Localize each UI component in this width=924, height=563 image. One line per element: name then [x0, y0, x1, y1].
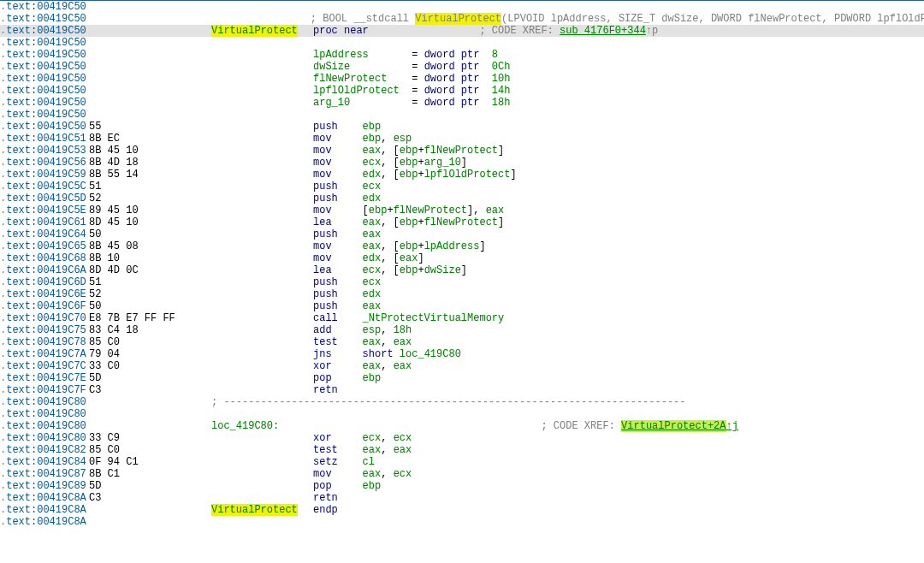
disasm-row[interactable]: .text:00419C5D52 push edx	[0, 193, 924, 204]
address[interactable]: .text:00419C84	[0, 456, 89, 468]
address[interactable]: .text:00419C50	[0, 61, 89, 73]
disasm-row[interactable]: .text:00419C7C33 C0 xor eax, eax	[0, 360, 924, 372]
address[interactable]: .text:00419C8A	[0, 492, 89, 504]
address[interactable]: .text:00419C64	[0, 228, 89, 240]
disasm-row[interactable]: .text:00419C8285 C0 test eax, eax	[0, 444, 924, 456]
address[interactable]: .text:00419C50	[0, 37, 89, 49]
disasm-row[interactable]: .text:00419C840F 94 C1 setz cl	[0, 456, 924, 468]
address[interactable]: .text:00419C65	[0, 240, 89, 252]
proc-name[interactable]: VirtualProtect	[211, 25, 313, 37]
address[interactable]: .text:00419C82	[0, 444, 89, 456]
address[interactable]: .text:00419C80	[0, 420, 89, 432]
address[interactable]: .text:00419C50	[0, 13, 86, 25]
address[interactable]: .text:00419C8A	[0, 516, 89, 528]
address[interactable]: .text:00419C8A	[0, 504, 89, 516]
address[interactable]: .text:00419C50	[0, 97, 89, 109]
mnemonic: mov	[313, 204, 363, 216]
local-var-row[interactable]: .text:00419C50 lpAddress = dword ptr 8	[0, 49, 924, 61]
local-var-row[interactable]: .text:00419C50 lpflOldProtect = dword pt…	[0, 85, 924, 97]
address[interactable]: .text:00419C51	[0, 133, 89, 145]
disasm-row[interactable]: .text:00419C50	[0, 37, 924, 49]
address[interactable]: .text:00419C78	[0, 336, 89, 348]
address[interactable]: .text:00419C68	[0, 252, 89, 264]
address[interactable]: .text:00419C7E	[0, 372, 89, 384]
disasm-row[interactable]: .text:00419C7A79 04 jns short loc_419C80	[0, 348, 924, 360]
disasm-row[interactable]: .text:00419C5C51 push ecx	[0, 181, 924, 193]
address[interactable]: .text:00419C80	[0, 432, 89, 444]
address[interactable]: .text:00419C50	[0, 85, 89, 97]
disasm-row[interactable]: .text:00419C895D pop ebp	[0, 480, 924, 492]
address[interactable]: .text:00419C6A	[0, 264, 89, 276]
disassembly-listing[interactable]: .text:00419C50.text:00419C50 ; BOOL __st…	[0, 1, 924, 528]
disasm-row[interactable]: .text:00419C7E5D pop ebp	[0, 372, 924, 384]
address[interactable]: .text:00419C7F	[0, 384, 89, 396]
address[interactable]: .text:00419C6F	[0, 300, 89, 312]
local-var-row[interactable]: .text:00419C50 flNewProtect = dword ptr …	[0, 73, 924, 85]
label-col	[211, 432, 313, 444]
disasm-row[interactable]: .text:00419C618D 45 10 lea eax, [ebp+flN…	[0, 216, 924, 228]
code-xref[interactable]: ; CODE XREF: VirtualProtect+2A↑j	[541, 420, 737, 432]
address[interactable]: .text:00419C6E	[0, 288, 89, 300]
address[interactable]: .text:00419C80	[0, 396, 89, 408]
operands: cl	[363, 456, 375, 468]
disasm-row[interactable]: .text:00419C6D51 push ecx	[0, 276, 924, 288]
disasm-row[interactable]: .text:00419C80	[0, 408, 924, 420]
disasm-row[interactable]: .text:00419C538B 45 10 mov eax, [ebp+flN…	[0, 145, 924, 157]
address[interactable]: .text:00419C5E	[0, 204, 89, 216]
proc-end-row[interactable]: .text:00419C8A VirtualProtect endp	[0, 504, 924, 516]
disasm-row[interactable]: .text:00419C5055 push ebp	[0, 121, 924, 133]
address[interactable]: .text:00419C61	[0, 216, 89, 228]
address[interactable]: .text:00419C50	[0, 73, 89, 85]
disasm-row[interactable]: .text:00419C688B 10 mov edx, [eax]	[0, 252, 924, 264]
disasm-row[interactable]: .text:00419C6A8D 4D 0C lea ecx, [ebp+dwS…	[0, 264, 924, 276]
disasm-row[interactable]: .text:00419C5E89 45 10 mov [ebp+flNewPro…	[0, 204, 924, 216]
mnemonic: call	[313, 312, 363, 324]
disasm-row[interactable]: .text:00419C568B 4D 18 mov ecx, [ebp+arg…	[0, 157, 924, 169]
disasm-row[interactable]: .text:00419C658B 45 08 mov eax, [ebp+lpA…	[0, 240, 924, 252]
disasm-row[interactable]: .text:00419C8AC3 retn	[0, 492, 924, 504]
disasm-row[interactable]: .text:00419C7583 C4 18 add esp, 18h	[0, 324, 924, 336]
address[interactable]: .text:00419C7C	[0, 360, 89, 372]
disasm-row[interactable]: .text:00419C7FC3 retn	[0, 384, 924, 396]
mnemonic: push	[313, 228, 363, 240]
address[interactable]: .text:00419C5C	[0, 181, 89, 193]
signature-comment: ; BOOL __stdcall VirtualProtect(LPVOID l…	[311, 13, 924, 25]
address[interactable]: .text:00419C50	[0, 25, 89, 37]
disasm-row[interactable]: .text:00419C50 ; BOOL __stdcall VirtualP…	[0, 13, 924, 25]
disasm-row-current[interactable]: .text:00419C50 VirtualProtect proc near …	[0, 25, 924, 37]
disasm-row[interactable]: .text:00419C878B C1 mov eax, ecx	[0, 468, 924, 480]
address[interactable]: .text:00419C50	[0, 109, 89, 121]
loc-label-row[interactable]: .text:00419C80 loc_419C80: ; CODE XREF: …	[0, 420, 924, 432]
disasm-row[interactable]: .text:00419C6F50 push eax	[0, 300, 924, 312]
label-col	[211, 312, 313, 324]
address[interactable]: .text:00419C50	[0, 121, 89, 133]
address[interactable]: .text:00419C53	[0, 145, 89, 157]
address[interactable]: .text:00419C75	[0, 324, 89, 336]
disasm-row[interactable]: .text:00419C8A	[0, 516, 924, 528]
local-var-row[interactable]: .text:00419C50 dwSize = dword ptr 0Ch	[0, 61, 924, 73]
disasm-row[interactable]: .text:00419C50	[0, 1, 924, 13]
address[interactable]: .text:00419C56	[0, 157, 89, 169]
disasm-row[interactable]: .text:00419C7885 C0 test eax, eax	[0, 336, 924, 348]
address[interactable]: .text:00419C80	[0, 408, 89, 420]
disasm-row[interactable]: .text:00419C598B 55 14 mov edx, [ebp+lpf…	[0, 169, 924, 181]
disasm-row[interactable]: .text:00419C518B EC mov ebp, esp	[0, 133, 924, 145]
address[interactable]: .text:00419C59	[0, 169, 89, 181]
operands: ecx	[363, 276, 382, 288]
address[interactable]: .text:00419C89	[0, 480, 89, 492]
address[interactable]: .text:00419C70	[0, 312, 89, 324]
address[interactable]: .text:00419C87	[0, 468, 89, 480]
local-var-row[interactable]: .text:00419C50 arg_10 = dword ptr 18h	[0, 97, 924, 109]
address[interactable]: .text:00419C50	[0, 49, 89, 61]
disasm-row[interactable]: .text:00419C50	[0, 109, 924, 121]
address[interactable]: .text:00419C5D	[0, 193, 89, 204]
code-xref[interactable]: ; CODE XREF: sub_4176F0+344↑p	[479, 25, 658, 37]
disasm-row[interactable]: .text:00419C70E8 7B E7 FF FF call _NtPro…	[0, 312, 924, 324]
disasm-row[interactable]: .text:00419C6450 push eax	[0, 228, 924, 240]
address[interactable]: .text:00419C50	[0, 1, 89, 13]
address[interactable]: .text:00419C6D	[0, 276, 89, 288]
hex-bytes	[89, 85, 211, 97]
address[interactable]: .text:00419C7A	[0, 348, 89, 360]
disasm-row[interactable]: .text:00419C6E52 push edx	[0, 288, 924, 300]
disasm-row[interactable]: .text:00419C8033 C9 xor ecx, ecx	[0, 432, 924, 444]
